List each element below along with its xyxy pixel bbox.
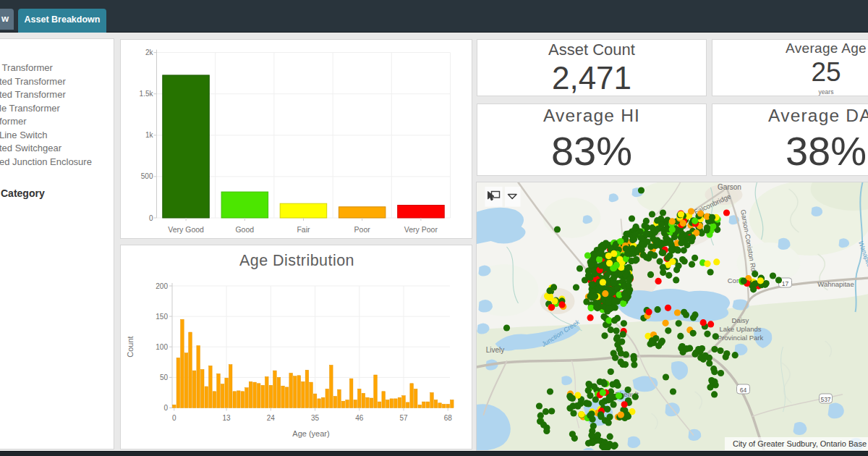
svg-text:537: 537 <box>820 396 830 403</box>
svg-text:Fair: Fair <box>297 225 310 234</box>
svg-text:64: 64 <box>740 387 747 394</box>
svg-text:17: 17 <box>782 280 789 287</box>
svg-text:50: 50 <box>160 373 169 381</box>
svg-text:100: 100 <box>156 343 168 351</box>
svg-text:Lake Uplands: Lake Uplands <box>719 325 761 333</box>
svg-text:Wahnapitae: Wahnapitae <box>817 280 854 288</box>
svg-text:Age (year): Age (year) <box>292 429 329 438</box>
svg-text:150: 150 <box>156 313 168 321</box>
svg-text:2k: 2k <box>145 48 154 56</box>
svg-text:Very Poor: Very Poor <box>404 225 438 234</box>
svg-text:0: 0 <box>149 214 153 222</box>
svg-text:46: 46 <box>355 414 364 422</box>
svg-text:0: 0 <box>172 414 176 422</box>
svg-text:68: 68 <box>444 414 453 422</box>
svg-text:13: 13 <box>223 414 231 422</box>
svg-text:Provincial Park: Provincial Park <box>718 334 764 342</box>
svg-text:Very Good: Very Good <box>168 225 204 234</box>
svg-text:35: 35 <box>311 414 320 422</box>
svg-text:Daisy: Daisy <box>732 316 749 324</box>
svg-text:1.5k: 1.5k <box>140 90 154 98</box>
svg-text:57: 57 <box>399 414 408 422</box>
svg-text:Poor: Poor <box>354 225 371 234</box>
svg-text:200: 200 <box>156 282 168 290</box>
svg-text:500: 500 <box>141 172 153 180</box>
svg-text:Lively: Lively <box>486 346 505 354</box>
svg-text:City of Greater Sudbury, Ontar: City of Greater Sudbury, Ontario Base <box>733 439 867 448</box>
svg-text:Good: Good <box>235 225 254 234</box>
svg-text:Age Distribution: Age Distribution <box>239 252 354 269</box>
svg-text:24: 24 <box>267 414 276 422</box>
svg-text:0: 0 <box>163 404 168 412</box>
svg-text:Count: Count <box>126 336 135 357</box>
svg-text:1k: 1k <box>145 131 154 139</box>
svg-text:Garson: Garson <box>718 183 741 191</box>
